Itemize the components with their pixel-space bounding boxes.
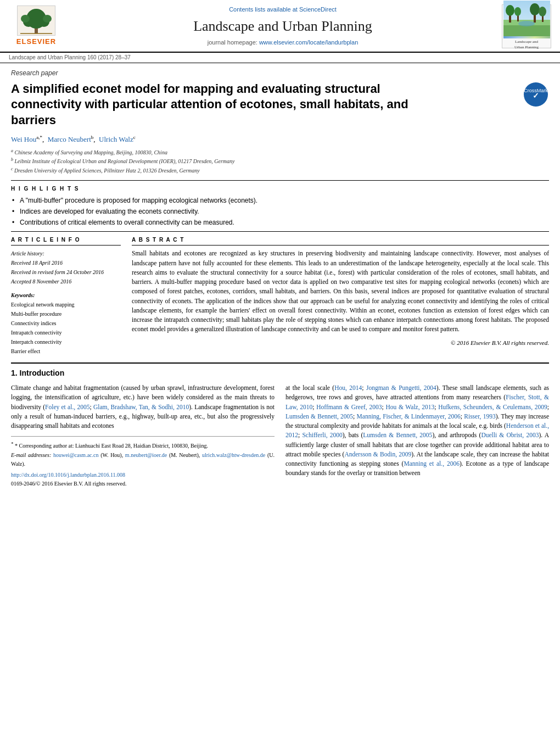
elsevier-tree-image — [17, 5, 55, 36]
keyword-4: Intrapatch connectivity — [11, 328, 121, 337]
divider-after-affiliations — [11, 180, 549, 181]
homepage-url[interactable]: www.elsevier.com/locate/landurbplan — [259, 39, 358, 46]
journal-center-info: Contents lists available at ScienceDirec… — [64, 5, 502, 47]
keyword-6: Barrier effect — [11, 347, 121, 356]
history-label: Article history: — [11, 250, 44, 256]
ref-manning2[interactable]: Manning et al., 2006 — [404, 460, 460, 467]
highlight-item-1: A "multi-buffer" procedure is proposed f… — [11, 196, 549, 205]
journal-cover-image — [503, 3, 550, 38]
keywords-label: Keywords: — [11, 291, 121, 300]
svg-point-6 — [43, 15, 52, 23]
journal-homepage: journal homepage: www.elsevier.com/locat… — [75, 38, 491, 47]
footnote-doi: http://dx.doi.org/10.1016/j.landurbplan.… — [11, 471, 275, 479]
doi-link[interactable]: http://dx.doi.org/10.1016/j.landurbplan.… — [11, 472, 125, 478]
svg-point-12 — [506, 5, 514, 16]
article-history: Article history: Received 18 April 2016 … — [11, 249, 121, 286]
authors-line: Wei Houa,*, Marco Neubertb, Ulrich Walzc — [11, 134, 549, 145]
page: ELSEVIER Contents lists available at Sci… — [0, 0, 560, 494]
svg-point-18 — [539, 7, 546, 16]
highlight-item-3: Contributions of critical elements to ov… — [11, 218, 549, 227]
ref-lumsden[interactable]: Lumsden & Bennett, 2005 — [285, 413, 353, 420]
abstract-text: Small habitats and ecotones are recogniz… — [132, 249, 549, 334]
ref-foley[interactable]: Foley et al., 2005 — [45, 404, 89, 410]
elsevier-brand-text: ELSEVIER — [16, 37, 56, 47]
ref-jongman[interactable]: Jongman & Pungetti, 2004 — [366, 384, 436, 391]
email-label: E-mail addresses: — [11, 452, 51, 458]
intro-text-left: Climate change and habitat fragmentation… — [11, 383, 275, 431]
abstract-column: A B S T R A C T Small habitats and ecoto… — [132, 236, 549, 356]
accepted-date: Accepted 8 November 2016 — [11, 277, 121, 286]
highlight-item-2: Indices are developed for evaluating the… — [11, 207, 549, 216]
journal-cover-title: Landscape andUrban Planning — [514, 38, 539, 49]
ref-hufkens[interactable]: Hufkens, Scheunders, & Ceulemans, 2009 — [438, 404, 547, 410]
ref-hou2014[interactable]: Hou, 2014 — [334, 384, 362, 391]
intro-col-left: Climate change and habitat fragmentation… — [11, 383, 275, 488]
keyword-5: Interpatch connectivity — [11, 337, 121, 347]
keyword-1: Ecological network mapping — [11, 300, 121, 309]
svg-text:✓: ✓ — [533, 91, 539, 100]
intro-col-right: at the local scale (Hou, 2014; Jongman &… — [285, 383, 549, 488]
ref-risser[interactable]: Risser, 1993 — [464, 413, 495, 420]
introduction-title: 1. Introduction — [11, 368, 549, 379]
introduction-body: Climate change and habitat fragmentation… — [11, 383, 549, 488]
journal-title: Landscape and Urban Planning — [75, 16, 491, 36]
ref-schifferli[interactable]: Schifferli, 2000 — [302, 432, 342, 438]
article-type-label: Research paper — [11, 69, 549, 78]
highlights-heading: H I G H L I G H T S — [11, 185, 549, 193]
journal-header: ELSEVIER Contents lists available at Sci… — [0, 0, 560, 53]
svg-point-14 — [514, 7, 521, 16]
sciencedirect-text: Contents lists available at ScienceDirec… — [75, 5, 491, 14]
crossmark-badge: CrossMark ✓ — [523, 81, 549, 108]
copyright-text: © 2016 Elsevier B.V. All rights reserved… — [132, 339, 549, 347]
journal-thumbnail: Landscape andUrban Planning — [502, 4, 551, 48]
author-marco-neubert[interactable]: Marco Neubert — [48, 135, 91, 143]
divider-after-highlights — [11, 231, 549, 232]
article-info-abstract-row: A R T I C L E I N F O Article history: R… — [11, 236, 549, 356]
elsevier-logo: ELSEVIER — [9, 5, 64, 47]
ref-duelli[interactable]: Duelli & Obrist, 2003 — [481, 432, 539, 438]
ref-manning[interactable]: Manning, Fischer, & Lindenmayer, 2006 — [357, 413, 461, 420]
ref-andersson[interactable]: Andersson & Bodin, 2009 — [344, 451, 411, 458]
volume-info-line: Landscape and Urban Planning 160 (2017) … — [0, 53, 560, 63]
keywords-section: Keywords: Ecological network mapping Mul… — [11, 291, 121, 356]
main-content: Research paper A simplified econet model… — [0, 63, 560, 494]
email-wei-hou[interactable]: houwei@casm.ac.cn — [53, 452, 99, 458]
ref-hoffmann[interactable]: Hoffmann & Greef, 2003 — [316, 404, 382, 410]
footnote-issn: 0169-2046/© 2016 Elsevier B.V. All right… — [11, 479, 275, 488]
svg-point-19 — [518, 21, 535, 26]
footnote-email: E-mail addresses: houwei@casm.ac.cn (W. … — [11, 451, 275, 468]
affiliations: a Chinese Academy of Surveying and Mappi… — [11, 148, 549, 175]
author-ulrich-walz[interactable]: Ulrich Walz — [99, 135, 133, 143]
ref-lumsden2[interactable]: Lumsden & Bennett, 2005 — [363, 432, 432, 438]
ref-glam[interactable]: Glam, Bradshaw, Tan, & Sodhi, 2010 — [93, 404, 189, 410]
article-info-heading: A R T I C L E I N F O — [11, 236, 121, 246]
ref-hou-walz[interactable]: Hou & Walz, 2013 — [385, 404, 434, 410]
email-walz[interactable]: ulrich.walz@htw-dresden.de — [202, 452, 265, 458]
article-info-column: A R T I C L E I N F O Article history: R… — [11, 236, 121, 356]
received-date: Received 18 April 2016 — [11, 258, 121, 267]
svg-point-5 — [21, 15, 30, 23]
introduction-section: 1. Introduction Climate change and habit… — [11, 362, 549, 488]
author-wei-hou[interactable]: Wei Hou — [11, 135, 36, 143]
footnote-section: * * Corresponding author at: Lianhuachi … — [11, 436, 275, 488]
abstract-heading: A B S T R A C T — [132, 236, 549, 246]
title-row: A simplified econet model for mapping an… — [11, 81, 549, 134]
footnote-star-text: * * Corresponding author at: Lianhuachi … — [11, 440, 275, 450]
article-title: A simplified econet model for mapping an… — [11, 81, 428, 129]
keyword-2: Multi-buffer procedure — [11, 309, 121, 319]
svg-point-16 — [530, 3, 540, 15]
intro-text-right: at the local scale (Hou, 2014; Jongman &… — [285, 383, 549, 478]
revised-date: Received in revised form 24 October 2016 — [11, 267, 121, 277]
email-neubert[interactable]: m.neubert@ioer.de — [125, 452, 167, 458]
highlights-list: A "multi-buffer" procedure is proposed f… — [11, 196, 549, 227]
sciencedirect-link-text[interactable]: ScienceDirect — [299, 6, 337, 13]
keyword-3: Connectivity indices — [11, 319, 121, 328]
